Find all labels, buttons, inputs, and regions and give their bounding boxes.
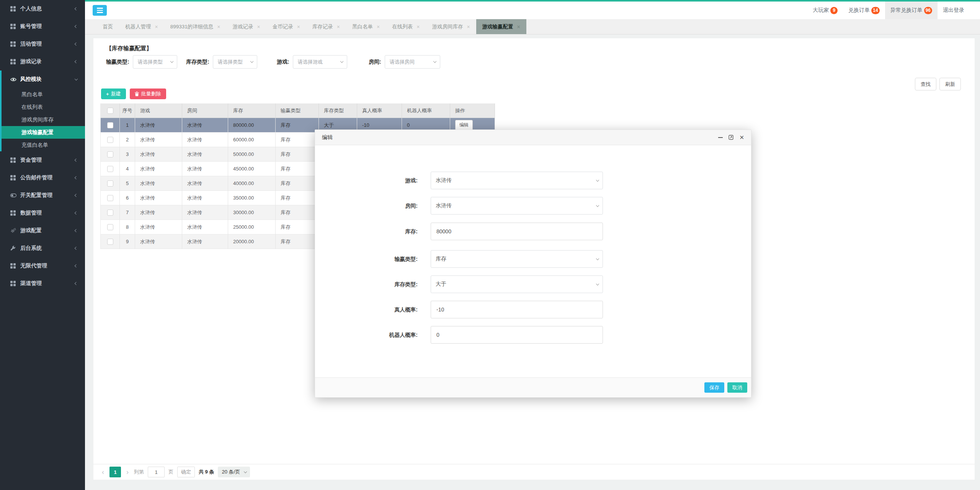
plus-icon: + — [106, 91, 109, 97]
edit-modal: 编辑 ✕ 游戏:水浒传房间:水浒传库存:输赢类型:库存库存类型:大于真人概率:机… — [315, 129, 751, 398]
row-checkbox[interactable] — [107, 210, 113, 216]
search-button[interactable]: 查找 — [915, 78, 936, 90]
page-number-button[interactable]: 1 — [109, 467, 121, 477]
row-checkbox[interactable] — [107, 239, 113, 245]
refresh-button[interactable]: 刷新 — [939, 78, 961, 90]
sidebar-subitem-3[interactable]: 游戏输赢配置 — [0, 126, 85, 139]
page-size-select[interactable]: 20 条/页 — [218, 467, 250, 477]
select-all-checkbox[interactable] — [107, 108, 113, 114]
tab-close-icon[interactable]: × — [257, 24, 260, 30]
tab-7[interactable]: 在线列表× — [386, 19, 426, 34]
tab-close-icon[interactable]: × — [217, 24, 220, 30]
cancel-button[interactable]: 取消 — [727, 382, 747, 393]
goto-page-input[interactable] — [148, 467, 165, 477]
sidebar-subitem-0[interactable]: 黑白名单 — [0, 88, 85, 101]
grid-icon — [10, 210, 17, 216]
filter-select-1[interactable]: 请选择类型 — [213, 55, 257, 69]
modal-input-6[interactable] — [431, 326, 603, 344]
sidebar-item-3[interactable]: 游戏记录 — [0, 53, 85, 70]
tab-0[interactable]: 首页 — [96, 19, 119, 34]
column-header-5: 库存类型 — [319, 103, 357, 118]
sidebar-item-0[interactable]: 个人信息 — [0, 0, 85, 18]
filter-select-3[interactable]: 请选择房间 — [385, 55, 440, 69]
minimize-icon[interactable] — [718, 137, 723, 138]
sidebar-item-8[interactable]: 数据管理 — [0, 204, 85, 222]
tab-close-icon[interactable]: × — [467, 24, 470, 30]
cell-1: 水浒传 — [135, 205, 182, 220]
tab-4[interactable]: 金币记录× — [266, 19, 306, 34]
chevron-left-icon — [75, 282, 78, 285]
row-checkbox[interactable] — [107, 137, 113, 143]
tab-close-icon[interactable]: × — [377, 24, 380, 30]
row-checkbox[interactable] — [107, 224, 113, 230]
tab-3[interactable]: 游戏记录× — [226, 19, 266, 34]
edit-row-button[interactable]: 编辑 — [455, 120, 473, 130]
row-checkbox[interactable] — [107, 195, 113, 201]
sidebar-item-4[interactable]: 风控模块 — [0, 70, 85, 88]
count-badge: 9 — [830, 7, 838, 14]
tab-close-icon[interactable]: × — [337, 24, 340, 30]
next-page-icon[interactable]: › — [125, 469, 130, 475]
row-checkbox[interactable] — [107, 180, 113, 187]
sidebar-item-10[interactable]: 后台系统 — [0, 239, 85, 257]
modal-select-4[interactable]: 大于 — [431, 275, 603, 293]
tab-8[interactable]: 游戏房间库存× — [426, 19, 476, 34]
row-checkbox[interactable] — [107, 166, 113, 172]
chevron-left-icon — [75, 159, 78, 162]
sidebar-item-11[interactable]: 无限代管理 — [0, 257, 85, 275]
grid-icon — [10, 6, 17, 11]
topnav-item-0[interactable]: 大玩家9 — [807, 2, 843, 19]
chevron-left-icon — [75, 229, 78, 232]
sidebar-item-2[interactable]: 活动管理 — [0, 35, 85, 53]
close-icon[interactable]: ✕ — [739, 134, 744, 141]
create-button[interactable]: + 新建 — [101, 88, 126, 99]
tab-6[interactable]: 黑白名单× — [346, 19, 386, 34]
sidebar-item-1[interactable]: 账号管理 — [0, 18, 85, 35]
tab-close-icon[interactable]: × — [517, 24, 520, 30]
sidebar-item-12[interactable]: 渠道管理 — [0, 275, 85, 292]
modal-select-3[interactable]: 库存 — [431, 250, 603, 268]
modal-input-5[interactable] — [431, 301, 603, 318]
grid-icon — [10, 281, 17, 286]
sidebar-item-6[interactable]: 公告邮件管理 — [0, 169, 85, 187]
filter-select-2[interactable]: 请选择游戏 — [293, 55, 347, 69]
sidebar-item-9[interactable]: 游戏配置 — [0, 222, 85, 239]
topnav-item-1[interactable]: 兑换订单14 — [843, 2, 885, 19]
chevron-left-icon — [75, 247, 78, 250]
menu-toggle-button[interactable] — [93, 5, 107, 16]
row-checkbox[interactable] — [107, 151, 113, 157]
tab-close-icon[interactable]: × — [155, 24, 158, 30]
modal-header: 编辑 ✕ — [315, 130, 751, 145]
tab-1[interactable]: 机器人管理× — [119, 19, 164, 34]
cell-4: 库存 — [276, 176, 319, 191]
goto-label: 到第 — [134, 469, 144, 475]
topnav-item-2[interactable]: 异常兑换订单96 — [885, 2, 938, 19]
modal-select-0[interactable]: 水浒传 — [431, 172, 603, 189]
sidebar-subitem-4[interactable]: 充值白名单 — [0, 139, 85, 151]
sidebar-item-5[interactable]: 资金管理 — [0, 151, 85, 169]
prev-page-icon[interactable]: ‹ — [100, 469, 106, 475]
sidebar-subitem-2[interactable]: 游戏房间库存 — [0, 113, 85, 126]
sidebar-subitem-1[interactable]: 在线列表 — [0, 101, 85, 113]
sidebar-item-7[interactable]: 开关配置管理 — [0, 187, 85, 204]
chevron-left-icon — [75, 60, 78, 63]
tab-9[interactable]: 游戏输赢配置× — [476, 19, 526, 34]
tab-close-icon[interactable]: × — [416, 24, 420, 30]
maximize-icon[interactable] — [728, 135, 733, 140]
cell-3: 80000.00 — [228, 118, 276, 133]
tab-close-icon[interactable]: × — [297, 24, 300, 30]
modal-input-2[interactable] — [431, 223, 603, 240]
goto-confirm-button[interactable]: 确定 — [177, 467, 195, 477]
cell-2: 水浒传 — [182, 133, 228, 147]
topnav-item-3[interactable]: 退出登录 — [938, 2, 970, 19]
gears-icon — [10, 228, 17, 233]
tab-2[interactable]: 899331的详细信息× — [164, 19, 227, 34]
modal-select-1[interactable]: 水浒传 — [431, 197, 603, 215]
filter-select-0[interactable]: 请选择类型 — [133, 55, 177, 69]
tab-5[interactable]: 库存记录× — [306, 19, 346, 34]
row-checkbox[interactable] — [107, 122, 113, 128]
filter-group-1: 库存类型:请选择类型 — [186, 55, 257, 69]
batch-delete-button[interactable]: 批量删除 — [130, 88, 166, 99]
modal-field-row-4: 库存类型:大于 — [315, 275, 751, 293]
save-button[interactable]: 保存 — [704, 382, 724, 393]
